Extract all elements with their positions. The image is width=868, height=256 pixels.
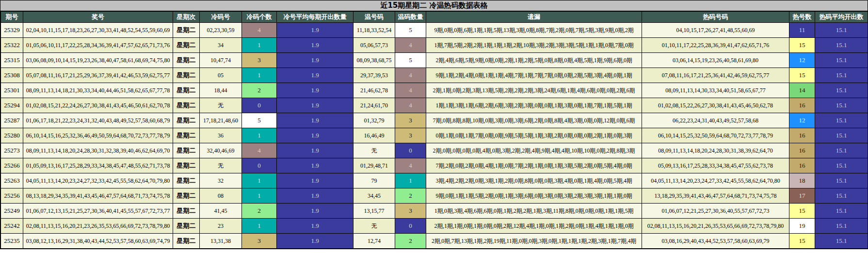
cell-hot-average: 15.1 [815, 204, 868, 219]
cell-cold-average: 1.9 [277, 234, 354, 249]
cell-omission: 3期,4期,2期,2期,0期,3期,1期,2期,0期,8期,0期,0期,3期,4… [426, 173, 642, 188]
cell-winning-numbers: 01,05,09,13,16,17,25,28,29,33,34,38,45,4… [23, 158, 173, 173]
cell-cold-numbers: 36 [200, 128, 242, 143]
cell-warm-numbers: 21,24,61,70 [354, 98, 395, 113]
cell-weekday: 星期二 [173, 53, 200, 68]
cell-cold-count: 5 [242, 113, 277, 128]
cell-cold-count: 1 [242, 219, 277, 234]
cell-winning-numbers: 03,08,12,13,16,29,31,38,40,43,44,52,53,5… [23, 234, 173, 249]
cell-omission: 2期,0期,0期,0期,0期,4期,0期,3期,2期,2期,4期,9期,4期,4… [426, 143, 642, 158]
cell-warm-count: 2 [395, 188, 426, 204]
cell-hot-average: 15.1 [815, 23, 868, 38]
column-header-period: 期号 [1, 12, 23, 23]
cell-cold-count: 0 [242, 98, 277, 113]
column-header-warm-numbers: 温号码 [354, 12, 395, 23]
cell-omission: 1期,7期,5期,2期,2期,1期,1期,1期,2期,10期,3期,2期,3期,… [426, 38, 642, 53]
cell-warm-count: 1 [395, 173, 426, 188]
cell-cold-average: 1.9 [277, 158, 354, 173]
cell-hot-count: 16 [789, 158, 815, 173]
column-header-omission: 遗漏 [426, 12, 642, 23]
column-header-winning-numbers: 奖号 [23, 12, 173, 23]
cell-hot-count: 19 [789, 219, 815, 234]
cell-cold-count: 2 [242, 83, 277, 98]
table-row: 2525608,13,18,29,34,35,39,41,43,45,46,47… [1, 188, 868, 204]
cell-cold-count: 4 [242, 23, 277, 38]
cell-hot-average: 15.1 [815, 158, 868, 173]
cell-winning-numbers: 01,06,17,18,21,22,23,24,31,32,40,43,48,4… [23, 113, 173, 128]
cell-weekday: 星期二 [173, 173, 200, 188]
cell-cold-numbers: 23 [200, 219, 242, 234]
cell-cold-numbers: 32,40,46,69 [200, 143, 242, 158]
cell-hot-count: 15 [789, 68, 815, 83]
cell-weekday: 星期二 [173, 204, 200, 219]
cell-cold-count: 1 [242, 188, 277, 204]
cell-warm-numbers: 01,32,79 [354, 113, 395, 128]
cell-hot-count: 18 [789, 173, 815, 188]
cell-cold-numbers: 08 [200, 188, 242, 204]
cell-warm-numbers: 16,46,49 [354, 128, 395, 143]
cell-cold-numbers: 10,47,74 [200, 53, 242, 68]
cell-hot-numbers: 01,02,08,15,22,26,27,30,38,41,43,45,46,5… [642, 98, 789, 113]
cell-hot-numbers: 03,06,14,15,19,23,26,40,58,61,69,80 [642, 53, 789, 68]
table-row: 2523503,08,12,13,16,29,31,38,40,43,44,52… [1, 234, 868, 249]
column-header-cold-count: 冷码个数 [242, 12, 277, 23]
cell-cold-average: 1.9 [277, 173, 354, 188]
cell-hot-count: 15 [789, 38, 815, 53]
cell-period: 25287 [1, 113, 23, 128]
cell-weekday: 星期二 [173, 83, 200, 98]
cell-warm-count: 3 [395, 128, 426, 143]
column-header-warm-count: 温码数量 [395, 12, 426, 23]
cell-cold-numbers: 32 [200, 173, 242, 188]
cell-period: 25235 [1, 234, 23, 249]
cell-cold-average: 1.9 [277, 38, 354, 53]
cell-warm-numbers: 无 [354, 219, 395, 234]
cell-cold-count: 1 [242, 38, 277, 53]
cell-warm-count: 2 [395, 234, 426, 249]
table-row: 2526601,05,09,13,16,17,25,28,29,33,34,38… [1, 158, 868, 173]
cell-period: 25301 [1, 83, 23, 98]
cell-warm-count: 4 [395, 158, 426, 173]
column-header-cold-numbers: 冷码号 [200, 12, 242, 23]
cell-hot-count: 16 [789, 128, 815, 143]
cell-period: 25322 [1, 38, 23, 53]
table-row: 2531503,06,08,09,10,14,15,19,23,26,38,40… [1, 53, 868, 68]
cell-cold-average: 1.9 [277, 143, 354, 158]
cell-hot-count: 16 [789, 98, 815, 113]
cell-hot-numbers: 06,22,23,24,31,40,43,49,52,57,58,68 [642, 113, 789, 128]
cell-cold-count: 1 [242, 68, 277, 83]
cell-cold-average: 1.9 [277, 219, 354, 234]
cell-hot-numbers: 02,08,11,13,15,16,20,21,26,35,53,65,66,6… [642, 219, 789, 234]
cell-cold-numbers: 13,31,38 [200, 234, 242, 249]
cell-cold-numbers: 02,23,30,59 [200, 23, 242, 38]
cell-cold-average: 1.9 [277, 83, 354, 98]
cell-cold-count: 1 [242, 173, 277, 188]
cell-cold-numbers: 41,45 [200, 204, 242, 219]
cell-winning-numbers: 06,10,14,15,16,25,32,36,46,49,50,59,64,6… [23, 128, 173, 143]
cold-warm-hot-data-table: 期号 奖号 星期次 冷码号 冷码个数 冷号平均每期开出数量 温号码 温码数量 遗… [0, 11, 868, 249]
cell-weekday: 星期二 [173, 234, 200, 249]
cell-hot-numbers: 01,06,07,12,21,25,27,30,36,40,55,57,67,7… [642, 204, 789, 219]
cell-hot-numbers: 08,09,11,13,14,30,33,34,40,51,58,65,67,7… [642, 83, 789, 98]
cell-warm-numbers: 11,18,33,52,54 [354, 23, 395, 38]
cell-hot-average: 15.1 [815, 53, 868, 68]
column-header-cold-average: 冷号平均每期开出数量 [277, 12, 354, 23]
cell-omission: 9期,0期,1期,1期,5期,2期,0期,1期,3期,6期,0期,3期,0期,3… [426, 188, 642, 204]
cell-period: 25329 [1, 23, 23, 38]
cell-hot-numbers: 08,09,11,13,14,18,20,24,28,30,31,38,39,6… [642, 143, 789, 158]
cell-hot-average: 15.1 [815, 143, 868, 158]
column-header-hot-average: 热码平均开出数 [815, 12, 868, 23]
cell-omission: 2期,4期,6期,5期,9期,0期,0期,2期,1期,2期,5期,0期,8期,0… [426, 53, 642, 68]
cell-hot-average: 15.1 [815, 113, 868, 128]
cell-winning-numbers: 08,09,11,13,14,18,21,30,33,34,40,44,46,5… [23, 83, 173, 98]
table-row: 2530805,07,08,11,16,17,21,25,29,36,37,39… [1, 68, 868, 83]
column-header-hot-count: 热号数 [789, 12, 815, 23]
cell-winning-numbers: 01,05,06,10,11,17,22,25,28,34,36,39,41,4… [23, 38, 173, 53]
cell-omission: 9期,1期,2期,4期,0期,1期,1期,4期,7期,1期,7期,7期,0期,0… [426, 68, 642, 83]
cell-cold-numbers: 18,44 [200, 83, 242, 98]
cell-cold-numbers: 34 [200, 38, 242, 53]
cell-cold-average: 1.9 [277, 204, 354, 219]
cell-cold-count: 1 [242, 128, 277, 143]
cell-omission: 0期,1期,0期,1期,7期,0期,0期,9期,5期,5期,1期,3期,2期,0… [426, 128, 642, 143]
cell-hot-count: 15 [789, 204, 815, 219]
table-row: 2524202,08,11,13,15,16,20,21,23,26,35,53… [1, 219, 868, 234]
